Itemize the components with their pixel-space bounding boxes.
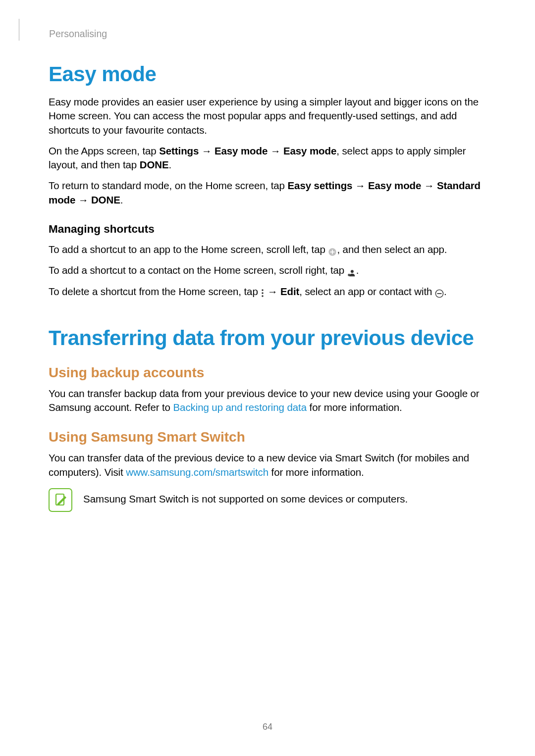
easy-mode-intro: Easy mode provides an easier user experi… (49, 95, 486, 137)
heading-easy-mode: Easy mode (49, 62, 486, 86)
svg-point-8 (262, 292, 264, 294)
svg-point-9 (262, 295, 264, 297)
easy-mode-return: To return to standard mode, on the Home … (49, 179, 486, 207)
plus-circle-icon (328, 246, 337, 255)
note-text: Samsung Smart Switch is not supported on… (83, 488, 408, 506)
svg-rect-11 (437, 293, 441, 294)
smart-switch-text: You can transfer data of the previous de… (49, 451, 486, 479)
svg-point-7 (262, 289, 264, 291)
subheading-smart-switch: Using Samsung Smart Switch (49, 429, 486, 445)
subheading-managing-shortcuts: Managing shortcuts (49, 223, 486, 236)
easy-mode-enable: On the Apps screen, tap Settings → Easy … (49, 144, 486, 172)
link-backing-up[interactable]: Backing up and restoring data (173, 402, 307, 413)
backup-accounts-text: You can transfer backup data from your p… (49, 387, 486, 415)
shortcut-add-app: To add a shortcut to an app to the Home … (49, 243, 486, 256)
minus-circle-icon (435, 288, 444, 297)
heading-transferring-data: Transferring data from your previous dev… (49, 326, 486, 350)
svg-point-3 (351, 270, 354, 273)
link-smartswitch-url[interactable]: www.samsung.com/smartswitch (126, 466, 268, 478)
svg-rect-2 (330, 252, 335, 252)
section-label: Personalising (49, 28, 107, 40)
note-block: Samsung Smart Switch is not supported on… (49, 488, 486, 512)
note-icon (49, 488, 72, 512)
shortcut-delete: To delete a shortcut from the Home scree… (49, 285, 486, 299)
add-contact-icon (347, 267, 356, 276)
page-number: 64 (0, 722, 535, 732)
subheading-backup-accounts: Using backup accounts (49, 365, 486, 381)
shortcut-add-contact: To add a shortcut to a contact on the Ho… (49, 263, 486, 277)
header-rule: Personalising (19, 19, 486, 41)
